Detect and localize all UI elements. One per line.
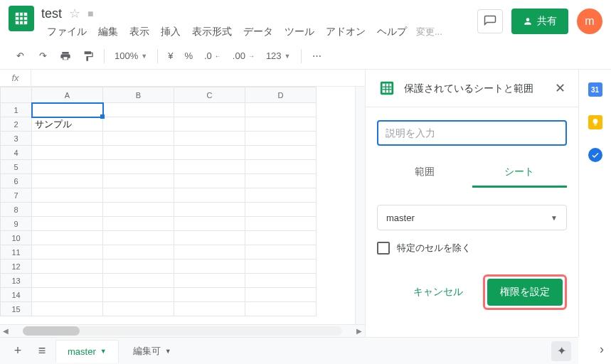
percent-button[interactable]: % [180, 50, 197, 61]
row-header[interactable]: 1 [1, 103, 32, 117]
explore-icon[interactable]: ✦ [551, 341, 571, 361]
cell-C1[interactable] [174, 103, 245, 117]
cell-C11[interactable] [174, 245, 245, 259]
cell-C4[interactable] [174, 146, 245, 160]
document-title[interactable]: test [41, 6, 62, 21]
cell-D4[interactable] [245, 146, 317, 160]
row-header[interactable]: 9 [1, 217, 32, 231]
row-header[interactable]: 15 [1, 302, 32, 316]
col-header[interactable]: C [174, 87, 245, 103]
cell-B8[interactable] [103, 203, 174, 217]
set-permissions-button[interactable]: 権限を設定 [487, 279, 563, 306]
cell-B11[interactable] [103, 245, 174, 259]
cell-A10[interactable] [32, 231, 103, 245]
cell-D6[interactable] [245, 174, 317, 188]
sheet-tab-master[interactable]: master ▼ [55, 340, 119, 363]
more-tools-icon[interactable]: ⋯ [307, 46, 327, 66]
cell-A14[interactable] [32, 288, 103, 302]
menu-addons[interactable]: アドオン [320, 23, 371, 41]
row-header[interactable]: 10 [1, 231, 32, 245]
row-header[interactable]: 12 [1, 259, 32, 274]
cell-A1[interactable] [32, 103, 103, 117]
cell-D11[interactable] [245, 245, 317, 259]
sheet-select[interactable]: master ▼ [377, 205, 567, 230]
print-icon[interactable] [55, 46, 75, 66]
cell-C3[interactable] [174, 132, 245, 146]
number-format-select[interactable]: 123▼ [262, 50, 295, 61]
menu-edit[interactable]: 編集 [92, 23, 124, 41]
cell-D12[interactable] [245, 259, 317, 274]
cell-B7[interactable] [103, 188, 174, 203]
cell-C9[interactable] [174, 217, 245, 231]
add-sheet-icon[interactable]: + [7, 341, 28, 362]
cell-C6[interactable] [174, 174, 245, 188]
paint-format-icon[interactable] [78, 46, 98, 66]
col-header[interactable]: D [245, 87, 317, 103]
row-header[interactable]: 3 [1, 132, 32, 146]
cell-C10[interactable] [174, 231, 245, 245]
undo-icon[interactable]: ↶ [10, 46, 30, 66]
cell-B5[interactable] [103, 160, 174, 174]
account-avatar[interactable]: m [577, 9, 602, 34]
cell-D13[interactable] [245, 274, 317, 288]
cell-D5[interactable] [245, 160, 317, 174]
comments-button[interactable] [477, 9, 503, 33]
tasks-icon[interactable] [588, 148, 602, 162]
sheets-app-icon[interactable] [9, 6, 34, 31]
row-header[interactable]: 4 [1, 146, 32, 160]
horizontal-scrollbar[interactable]: ◀ ▶ [0, 324, 365, 337]
cell-A9[interactable] [32, 217, 103, 231]
cell-A13[interactable] [32, 274, 103, 288]
cell-D3[interactable] [245, 132, 317, 146]
cell-A11[interactable] [32, 245, 103, 259]
cell-A5[interactable] [32, 160, 103, 174]
row-header[interactable]: 13 [1, 274, 32, 288]
cell-D2[interactable] [245, 117, 317, 132]
row-header[interactable]: 11 [1, 245, 32, 259]
row-header[interactable]: 2 [1, 117, 32, 132]
currency-button[interactable]: ¥ [164, 50, 177, 61]
cell-B13[interactable] [103, 274, 174, 288]
cell-C12[interactable] [174, 259, 245, 274]
cell-C7[interactable] [174, 188, 245, 203]
keep-icon[interactable] [588, 115, 602, 129]
menu-insert[interactable]: 挿入 [155, 23, 186, 41]
cell-B10[interactable] [103, 231, 174, 245]
sheet-tab-editable[interactable]: 編集可 ▼ [122, 340, 183, 363]
cell-B9[interactable] [103, 217, 174, 231]
menu-view[interactable]: 表示 [124, 23, 155, 41]
row-header[interactable]: 5 [1, 160, 32, 174]
cell-B14[interactable] [103, 288, 174, 302]
cell-C13[interactable] [174, 274, 245, 288]
share-button[interactable]: 共有 [511, 9, 568, 34]
move-folder-icon[interactable]: ■ [87, 8, 93, 19]
decrease-decimal-button[interactable]: .0← [200, 50, 225, 61]
cell-A2[interactable]: サンプル [32, 117, 103, 132]
hide-rail-icon[interactable]: › [600, 342, 604, 357]
cell-C5[interactable] [174, 160, 245, 174]
col-header[interactable]: A [32, 87, 103, 103]
cell-B1[interactable] [103, 103, 174, 117]
cell-D7[interactable] [245, 188, 317, 203]
col-header[interactable]: B [103, 87, 174, 103]
cell-A4[interactable] [32, 146, 103, 160]
star-icon[interactable]: ☆ [69, 6, 80, 21]
cell-A3[interactable] [32, 132, 103, 146]
cell-A7[interactable] [32, 188, 103, 203]
description-input[interactable] [377, 120, 567, 146]
cell-B2[interactable] [103, 117, 174, 132]
menu-format[interactable]: 表示形式 [186, 23, 238, 41]
exclude-cells-checkbox[interactable] [377, 242, 390, 255]
close-icon[interactable]: ✕ [553, 81, 567, 95]
last-edit-text[interactable]: 変更... [416, 26, 442, 38]
row-header[interactable]: 14 [1, 288, 32, 302]
cell-D15[interactable] [245, 302, 317, 316]
vertical-scrollbar[interactable] [355, 87, 365, 324]
all-sheets-icon[interactable]: ≡ [31, 341, 53, 362]
cell-B15[interactable] [103, 302, 174, 316]
cell-D8[interactable] [245, 203, 317, 217]
cell-B4[interactable] [103, 146, 174, 160]
cell-C15[interactable] [174, 302, 245, 316]
cell-A8[interactable] [32, 203, 103, 217]
row-header[interactable]: 6 [1, 174, 32, 188]
